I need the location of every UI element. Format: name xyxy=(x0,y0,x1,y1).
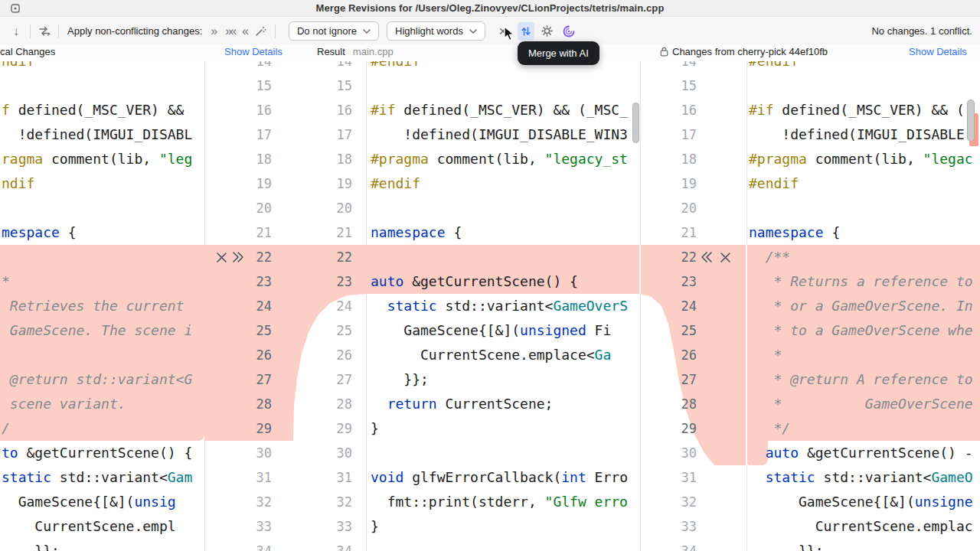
apply-down-icon[interactable]: ↓ xyxy=(8,22,24,41)
code-line xyxy=(367,441,640,465)
apply-right-side-icon[interactable]: « xyxy=(238,23,253,40)
code-line: fmt::print(stderr, "Glfw erro xyxy=(367,490,640,514)
highlight-mode-dropdown[interactable]: Highlight words xyxy=(387,21,485,41)
chevron-down-icon xyxy=(469,29,477,34)
close-icon xyxy=(720,252,731,263)
apply-all-nonconflicting-icon[interactable] xyxy=(36,22,53,41)
line-number: 21 xyxy=(207,220,272,245)
code-line: GameScene{[&](unsigned Fi xyxy=(367,318,640,343)
line-number: 15 xyxy=(647,73,697,98)
right-pane-title: Changes from cherry-pick 44ef10fb xyxy=(660,46,828,57)
code-line: }}; xyxy=(367,367,640,392)
chevron-down-icon xyxy=(363,29,371,34)
line-number: 23 xyxy=(647,269,697,294)
code-line: }}; xyxy=(747,539,980,551)
line-number: 27 xyxy=(647,367,697,392)
line-number: 28 xyxy=(291,392,352,416)
line-number: 26 xyxy=(207,343,272,367)
code-line: * Returns a reference to xyxy=(747,269,980,294)
line-number: 22 xyxy=(291,245,352,269)
code-line: namespace { xyxy=(367,220,640,245)
mouse-cursor xyxy=(504,26,515,42)
code-line: */ xyxy=(747,416,980,441)
highlight-dropdown-value: Highlight words xyxy=(395,25,463,37)
line-number: 25 xyxy=(207,318,272,343)
left-pane-title: cal Changes xyxy=(0,46,55,57)
code-line: ragma comment(lib, "leg xyxy=(0,147,204,171)
line-number: 19 xyxy=(647,171,697,196)
line-number: 16 xyxy=(291,98,352,122)
apply-both-sides-icon[interactable]: »« xyxy=(221,23,238,40)
pane-divider xyxy=(640,61,641,551)
line-number: 33 xyxy=(291,514,352,539)
right-show-details-link[interactable]: Show Details xyxy=(909,46,967,57)
code-line: to &getCurrentScene() { xyxy=(0,441,204,465)
apply-nonconflicting-label: Apply non-conflicting changes: xyxy=(67,25,202,37)
synchronize-scrolling-icon[interactable] xyxy=(518,22,534,41)
line-number: 27 xyxy=(291,367,352,392)
line-number: 34 xyxy=(207,539,272,551)
code-line: mespace { xyxy=(0,220,204,245)
settings-gear-icon[interactable] xyxy=(539,22,556,41)
line-number: 26 xyxy=(647,343,697,367)
line-number: 17 xyxy=(207,122,272,147)
line-number: 24 xyxy=(647,294,697,318)
ignore-whitespace-dropdown[interactable]: Do not ignore xyxy=(289,21,379,41)
line-number: 29 xyxy=(207,416,272,441)
line-number: 25 xyxy=(647,318,697,343)
code-line: / xyxy=(0,416,204,441)
line-number: 31 xyxy=(291,465,352,490)
line-number: 18 xyxy=(291,147,352,171)
line-number: 24 xyxy=(207,294,272,318)
line-number: 18 xyxy=(647,147,697,171)
code-line: auto &getCurrentScene() - xyxy=(747,441,980,465)
code-line: Retrieves the current xyxy=(0,294,204,318)
code-line: /** xyxy=(747,245,980,269)
ignore-left-change-button[interactable] xyxy=(213,245,230,269)
result-gutter-numbers: 1415161718192021222324252627282930313233… xyxy=(291,61,352,551)
code-line: #endif xyxy=(367,171,640,196)
line-number: 16 xyxy=(647,98,697,122)
line-number: 24 xyxy=(291,294,352,318)
left-show-details-link[interactable]: Show Details xyxy=(224,46,283,57)
pane-headers: cal Changes Show Details Resultmain.cpp … xyxy=(0,44,980,61)
right-scrollbar-thumb[interactable] xyxy=(967,99,975,142)
toolbar-separator xyxy=(30,24,31,38)
code-line xyxy=(0,245,204,269)
code-line xyxy=(367,196,640,220)
code-line: } xyxy=(367,514,640,539)
code-line: auto &getCurrentScene() { xyxy=(367,269,640,294)
line-number: 22 xyxy=(647,245,697,269)
line-number: 15 xyxy=(291,73,352,98)
merge-editor: ndiff defined(_MSC_VER) && !defined(IMGU… xyxy=(0,61,980,551)
code-line: GameScene{[&](unsig xyxy=(0,490,204,514)
window-icon xyxy=(11,4,20,13)
line-number: 30 xyxy=(291,441,352,465)
code-line: !defined(IMGUI_DISABLE_WIN3 xyxy=(367,122,640,147)
line-number: 32 xyxy=(647,490,697,514)
left-code-pane[interactable]: ndiff defined(_MSC_VER) && !defined(IMGU… xyxy=(0,61,204,551)
result-label: Result xyxy=(317,46,345,57)
apply-left-change-button[interactable] xyxy=(230,245,247,269)
ignore-right-change-button[interactable] xyxy=(717,245,733,269)
code-line: f defined(_MSC_VER) && xyxy=(0,98,204,122)
right-title-text: Changes from cherry-pick 44ef10fb xyxy=(672,46,828,57)
resolve-magic-wand-icon[interactable] xyxy=(253,22,270,41)
code-line: namespace { xyxy=(747,220,980,245)
code-line: * xyxy=(747,343,980,367)
line-number: 32 xyxy=(207,490,272,514)
line-number: 20 xyxy=(291,196,352,220)
merge-with-ai-icon[interactable] xyxy=(560,22,577,41)
apply-left-side-icon[interactable]: » xyxy=(207,23,221,40)
line-number: 28 xyxy=(647,392,697,416)
code-line xyxy=(747,196,980,220)
result-scrollbar-thumb[interactable] xyxy=(632,103,639,143)
apply-right-change-button[interactable] xyxy=(698,245,715,269)
right-code-pane[interactable]: #endif#if defined(_MSC_VER) && ( !define… xyxy=(747,61,980,551)
code-line: return CurrentScene; xyxy=(367,392,640,416)
merge-toolbar: ↓ Apply non-conflicting changes: » »« « … xyxy=(0,18,980,44)
result-code-pane[interactable]: #endif#if defined(_MSC_VER) && (_MSC_ !d… xyxy=(367,61,640,551)
code-line xyxy=(747,73,980,98)
code-line xyxy=(367,539,640,551)
line-number: 29 xyxy=(291,416,352,441)
